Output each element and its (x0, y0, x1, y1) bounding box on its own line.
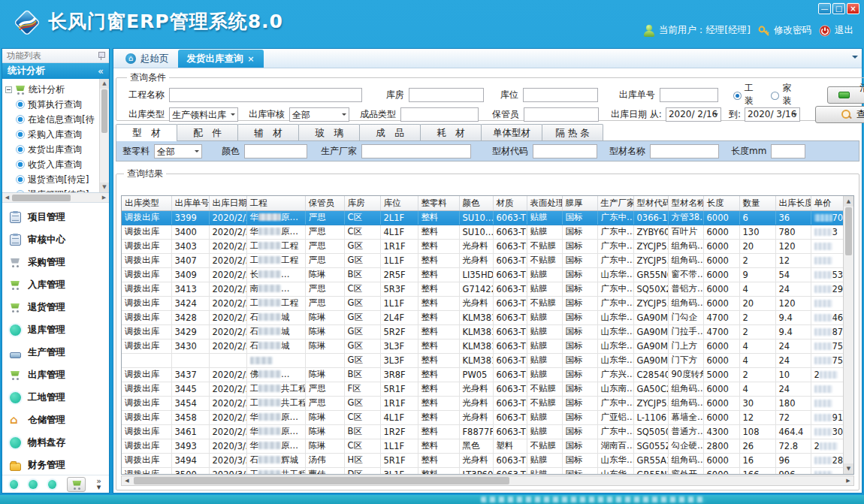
material-tab-3[interactable]: 辅 材 (237, 124, 299, 140)
table-row[interactable]: G区3L3F整料KLM38176063-T5贴膜国标山东华…GA90M09.门下… (122, 353, 854, 367)
sidebar-item-出库管理[interactable]: 出库管理 (2, 364, 109, 386)
sidebar-item-财务管理[interactable]: 财务管理 (2, 454, 109, 475)
radio-gongzhuang[interactable]: 工装 (733, 82, 763, 107)
column-header[interactable]: 颜色 (459, 196, 493, 210)
warehouse-input[interactable] (409, 88, 484, 102)
scroll-down-icon[interactable]: ▼ (100, 183, 109, 192)
column-header[interactable]: 整零料 (418, 196, 459, 210)
profile-name-input[interactable] (650, 144, 719, 158)
tree-item[interactable]: 收货入库查询 (16, 157, 107, 172)
sidebar-item-采购管理[interactable]: 采购管理 (2, 251, 109, 273)
column-header[interactable]: 出库长度 (775, 196, 811, 210)
keeper-input[interactable] (524, 107, 599, 122)
table-row[interactable]: 调拨出库34072020/2/25工工程严思G区1L1F整料光身料6063-T5… (122, 253, 854, 267)
scroll-up-icon[interactable]: ▲ (100, 79, 109, 89)
material-tab-6[interactable]: 耗 材 (420, 124, 482, 140)
table-row[interactable]: 调拨出库34302020/2/26石城陈琳G区3L3F整料KLM38176063… (122, 339, 854, 353)
sidebar-item-审核中心[interactable]: 审核中心 (2, 228, 109, 251)
sidebar-item-退货管理[interactable]: 退货管理 (2, 296, 109, 318)
table-row[interactable]: 调拨出库34932020/3/2华原…陈琳C区1L1F整料黑色塑料不贴膜国标湖南… (122, 439, 854, 453)
dot-icon[interactable] (29, 480, 37, 489)
audit-select[interactable]: 全部 (289, 107, 349, 122)
column-header[interactable]: 膜厚 (562, 196, 597, 210)
column-header[interactable]: 库位 (380, 196, 418, 210)
scrollbar-thumb[interactable] (134, 477, 509, 484)
collapse-icon[interactable]: « (98, 65, 104, 77)
logout-button[interactable]: 退出 (819, 24, 853, 37)
change-password-button[interactable]: 修改密码 (758, 24, 811, 37)
cart-shortcut-button[interactable] (67, 477, 86, 492)
table-row[interactable]: 调拨出库35002020/3/3工共工程曹佳D区3L1F整料LT3P606063… (122, 467, 854, 475)
table-row[interactable]: 调拨出库34292020/2/26石城陈琳G区5R2F整料KLM38176063… (122, 324, 854, 339)
table-row[interactable]: 调拨出库34242020/2/26工工程严思G区1L1F整料光身料6063-T5… (122, 296, 854, 310)
tree-item[interactable]: 发货出库查询 (16, 142, 107, 157)
date-from-select[interactable]: 2020/ 2/16 (666, 107, 721, 122)
minimize-button[interactable]: — (818, 3, 831, 14)
pin-icon[interactable] (98, 52, 104, 60)
profile-code-input[interactable] (533, 144, 597, 158)
tree-item[interactable]: 退货查询[待定] (16, 172, 107, 187)
table-row[interactable]: 调拨出库34372020/2/27佛…陈琳B区3R8F整料PW056063-T5… (122, 367, 854, 382)
tree-item[interactable]: 采购入库查询 (16, 127, 107, 142)
tree-root[interactable]: 统计分析 (5, 82, 107, 97)
dot-icon[interactable] (10, 480, 18, 489)
table-row[interactable]: 调拨出库34092020/2/25长…陈琳B区2R5F整料LI35HD6063-… (122, 267, 854, 282)
column-header[interactable]: 型材名称 (668, 196, 703, 210)
sidebar-item-生产管理[interactable]: 生产管理 (2, 341, 109, 364)
tab-list-dropdown-icon[interactable] (852, 56, 858, 62)
scroll-right-icon[interactable]: ▶ (843, 478, 853, 484)
tree-horizontal-scrollbar[interactable]: ◀ ▶ (2, 193, 109, 203)
radio-unselected-icon[interactable] (771, 92, 779, 100)
table-row[interactable]: 调拨出库34282020/2/26石城陈琳G区2L4F整料KLM38176063… (122, 310, 854, 324)
column-header[interactable]: 表面处理 (527, 196, 562, 210)
scrollbar-thumb[interactable] (845, 207, 852, 255)
tree-vertical-scrollbar[interactable]: ▲ ▼ (99, 79, 109, 192)
close-button[interactable]: × (847, 3, 859, 14)
order-no-input[interactable] (660, 88, 718, 102)
sidebar-item-项目管理[interactable]: 项目管理 (2, 206, 109, 228)
tree-item[interactable]: 退库管理[待定] (16, 187, 107, 193)
tree-item[interactable]: 预算执行查询 (16, 97, 107, 112)
table-row[interactable]: 调拨出库34612020/2/28华原…陈琳B区1R2F整料F8877FT606… (122, 424, 854, 439)
project-name-input[interactable] (169, 88, 362, 102)
whole-part-select[interactable]: 全部 (154, 144, 202, 158)
scroll-left-icon[interactable]: ◀ (2, 195, 12, 201)
tab-home[interactable]: ⌂ 起始页 (116, 50, 178, 68)
tree-collapse-icon[interactable] (5, 86, 12, 93)
column-header[interactable]: 出库日期 (209, 196, 246, 210)
sidebar-item-退库管理[interactable]: 退库管理 (2, 318, 109, 341)
sidebar-item-物料盘存[interactable]: 物料盘存 (2, 431, 109, 454)
column-header[interactable]: 长度 (703, 196, 739, 210)
more-options-button[interactable]: »▾ (96, 478, 101, 490)
scroll-right-icon[interactable]: ▶ (99, 195, 109, 201)
scrollbar-thumb[interactable] (12, 195, 71, 201)
column-header[interactable]: 单价 (811, 196, 844, 210)
table-row[interactable]: 调拨出库34542020/2/28工共工程严思G区1R1F整料光身料6063-T… (122, 396, 854, 410)
material-tab-8[interactable]: 隔 热 条 (542, 124, 603, 140)
product-type-input[interactable] (400, 107, 479, 122)
sidebar-item-仓储管理[interactable]: ⌂仓储管理 (2, 409, 109, 431)
grid-vertical-scrollbar[interactable]: ▲ ▼ (843, 196, 853, 474)
tab-close-icon[interactable]: × (248, 54, 255, 64)
column-header[interactable]: 材质 (493, 196, 527, 210)
length-input[interactable] (771, 144, 805, 158)
table-row[interactable]: 调拨出库34942020/3/2石辉城汤伟H区5R1F整料光身料6063-T5贴… (122, 453, 854, 467)
color-input[interactable] (244, 144, 307, 158)
clear-conditions-button[interactable]: 清空条件 (827, 86, 864, 104)
column-header[interactable]: 库房 (344, 196, 380, 210)
column-header[interactable]: 出库类型 (122, 196, 171, 210)
tree-item[interactable]: 在途信息查询[待 (16, 112, 107, 127)
column-header[interactable]: 出库单号 (171, 196, 209, 210)
table-row[interactable]: 调拨出库34452020/2/27工共工程严思F区5R1F整料光身料6063-T… (122, 382, 854, 396)
column-header[interactable]: 生产厂家 (597, 196, 633, 210)
location-input[interactable] (523, 88, 598, 102)
table-row[interactable]: 调拨出库34002020/2/25华原…严思C区4L1F整料SU10…6063-… (122, 225, 854, 239)
material-tab-7[interactable]: 单体型材 (481, 124, 542, 140)
maximize-button[interactable]: □ (832, 3, 845, 14)
factory-input[interactable] (361, 144, 471, 158)
material-tab-5[interactable]: 成 品 (359, 124, 421, 140)
column-header[interactable]: 型材代码 (633, 196, 668, 210)
table-row[interactable]: 调拨出库34032020/2/25工工程严思G区1R1F整料光身料6063-T5… (122, 239, 854, 253)
radio-selected-icon[interactable] (733, 92, 742, 100)
dot-icon[interactable] (48, 480, 56, 489)
